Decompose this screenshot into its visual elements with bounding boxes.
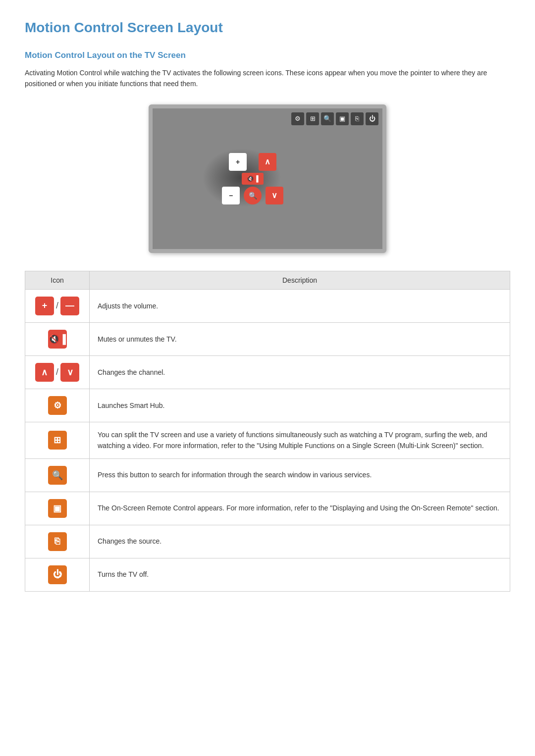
tv-search-center: 🔍 bbox=[244, 187, 262, 204]
onscreen-remote-icon-0: ▣ bbox=[48, 499, 67, 518]
tv-vol-down: − bbox=[222, 187, 240, 204]
icon-description-table: Icon Description +/—Adjusts the volume.🔇… bbox=[25, 271, 510, 592]
tv-mute-center: 🔇▐ bbox=[242, 173, 264, 185]
tv-mockup: ⚙ ⊞ 🔍 ▣ ⎘ ⏻ + ∧ 🔇▐ − 🔍 ∨ bbox=[25, 104, 510, 253]
channel-icon-1: ∨ bbox=[60, 363, 79, 382]
table-row-icon-8: ⏻ bbox=[25, 558, 90, 591]
tv-remote-icon: ▣ bbox=[336, 112, 349, 125]
section-title: Motion Control Layout on the TV Screen bbox=[25, 50, 510, 60]
tv-screen: ⚙ ⊞ 🔍 ▣ ⎘ ⏻ + ∧ 🔇▐ − 🔍 ∨ bbox=[149, 104, 386, 253]
table-row-desc-0: Adjusts the volume. bbox=[90, 289, 510, 322]
table-row-icon-1: 🔇▐ bbox=[25, 322, 90, 355]
intro-paragraph: Activating Motion Control while watching… bbox=[25, 67, 510, 90]
table-row-desc-3: Launches Smart Hub. bbox=[90, 389, 510, 422]
tv-center-controls: + ∧ 🔇▐ − 🔍 ∨ bbox=[222, 153, 283, 204]
smarthub-icon-0: ⚙ bbox=[48, 396, 67, 415]
table-row-icon-5: 🔍 bbox=[25, 458, 90, 492]
tv-multilink-icon: ⊞ bbox=[306, 112, 319, 125]
search-icon-0: 🔍 bbox=[48, 466, 67, 485]
power-icon-0: ⏻ bbox=[48, 565, 67, 584]
table-row-desc-6: The On-Screen Remote Control appears. Fo… bbox=[90, 492, 510, 525]
tv-top-icons: ⚙ ⊞ 🔍 ▣ ⎘ ⏻ bbox=[291, 112, 378, 125]
multilink-icon-0: ⊞ bbox=[48, 431, 67, 450]
table-row-icon-0: +/— bbox=[25, 289, 90, 322]
tv-search-icon: 🔍 bbox=[321, 112, 334, 125]
tv-ch-down: ∨ bbox=[266, 187, 283, 204]
table-row-desc-7: Changes the source. bbox=[90, 525, 510, 558]
channel-icon-0: ∧ bbox=[35, 363, 54, 382]
source-icon-0: ⎘ bbox=[48, 532, 67, 551]
page-title: Motion Control Screen Layout bbox=[25, 20, 510, 36]
tv-ch-up: ∧ bbox=[259, 153, 276, 171]
table-row-desc-8: Turns the TV off. bbox=[90, 558, 510, 591]
mute-icon-0: 🔇▐ bbox=[48, 330, 67, 349]
table-row-desc-5: Press this button to search for informat… bbox=[90, 458, 510, 492]
tv-source-icon: ⎘ bbox=[351, 112, 364, 125]
col-header-icon: Icon bbox=[25, 271, 90, 289]
table-row-icon-4: ⊞ bbox=[25, 422, 90, 458]
volume-icon-1: — bbox=[60, 297, 79, 315]
table-row-icon-3: ⚙ bbox=[25, 389, 90, 422]
tv-power-icon: ⏻ bbox=[366, 112, 378, 125]
tv-vol-up: + bbox=[229, 153, 247, 171]
tv-smarthub-icon: ⚙ bbox=[291, 112, 304, 125]
table-row-icon-6: ▣ bbox=[25, 492, 90, 525]
table-row-desc-4: You can split the TV screen and use a va… bbox=[90, 422, 510, 458]
table-row-desc-2: Changes the channel. bbox=[90, 355, 510, 389]
table-row-icon-2: ∧/∨ bbox=[25, 355, 90, 389]
table-row-desc-1: Mutes or unmutes the TV. bbox=[90, 322, 510, 355]
table-row-icon-7: ⎘ bbox=[25, 525, 90, 558]
volume-icon-0: + bbox=[35, 297, 54, 315]
col-header-desc: Description bbox=[90, 271, 510, 289]
